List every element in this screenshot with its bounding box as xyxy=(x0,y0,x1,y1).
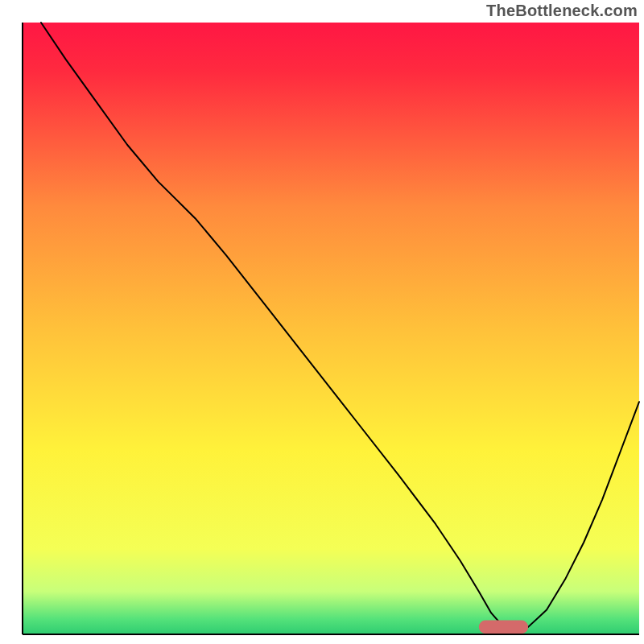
bottleneck-chart xyxy=(0,0,644,644)
optimal-marker xyxy=(479,621,528,634)
chart-background xyxy=(23,23,639,634)
attribution-label: TheBottleneck.com xyxy=(486,2,638,20)
chart-frame: TheBottleneck.com xyxy=(0,0,644,644)
